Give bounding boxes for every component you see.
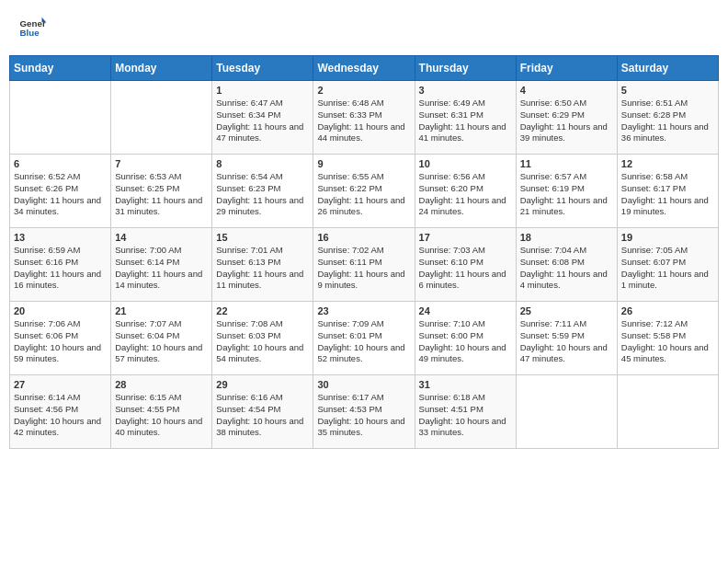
day-info: Sunrise: 6:59 AMSunset: 6:16 PMDaylight:…	[14, 245, 107, 292]
day-number: 10	[419, 158, 512, 169]
day-number: 2	[317, 85, 410, 96]
calendar-cell: 16Sunrise: 7:02 AMSunset: 6:11 PMDayligh…	[313, 228, 415, 302]
day-number: 31	[419, 379, 512, 390]
calendar-cell: 21Sunrise: 7:07 AMSunset: 6:04 PMDayligh…	[111, 302, 212, 375]
calendar-cell: 17Sunrise: 7:03 AMSunset: 6:10 PMDayligh…	[415, 228, 516, 302]
calendar-cell: 25Sunrise: 7:11 AMSunset: 5:59 PMDayligh…	[516, 302, 617, 375]
calendar-cell: 26Sunrise: 7:12 AMSunset: 5:58 PMDayligh…	[617, 302, 718, 375]
day-number: 13	[14, 232, 107, 243]
day-number: 28	[115, 379, 208, 390]
calendar-cell	[10, 81, 111, 155]
calendar-cell: 8Sunrise: 6:54 AMSunset: 6:23 PMDaylight…	[212, 155, 313, 228]
calendar-cell: 18Sunrise: 7:04 AMSunset: 6:08 PMDayligh…	[516, 228, 617, 302]
calendar-cell: 27Sunrise: 6:14 AMSunset: 4:56 PMDayligh…	[10, 375, 111, 449]
day-number: 17	[419, 232, 512, 243]
calendar-cell: 23Sunrise: 7:09 AMSunset: 6:01 PMDayligh…	[313, 302, 415, 375]
day-info: Sunrise: 6:15 AMSunset: 4:55 PMDaylight:…	[115, 392, 208, 439]
day-info: Sunrise: 7:01 AMSunset: 6:13 PMDaylight:…	[216, 245, 309, 292]
calendar-table: SundayMondayTuesdayWednesdayThursdayFrid…	[9, 55, 719, 449]
col-header-tuesday: Tuesday	[212, 56, 313, 81]
day-info: Sunrise: 7:08 AMSunset: 6:03 PMDaylight:…	[216, 318, 309, 365]
day-info: Sunrise: 6:58 AMSunset: 6:17 PMDaylight:…	[621, 171, 714, 218]
calendar-week-row: 6Sunrise: 6:52 AMSunset: 6:26 PMDaylight…	[10, 155, 719, 228]
calendar-cell: 30Sunrise: 6:17 AMSunset: 4:53 PMDayligh…	[313, 375, 415, 449]
calendar-cell: 31Sunrise: 6:18 AMSunset: 4:51 PMDayligh…	[415, 375, 516, 449]
calendar-cell: 3Sunrise: 6:49 AMSunset: 6:31 PMDaylight…	[415, 81, 516, 155]
day-number: 9	[317, 158, 410, 169]
calendar-cell: 7Sunrise: 6:53 AMSunset: 6:25 PMDaylight…	[111, 155, 212, 228]
day-info: Sunrise: 6:54 AMSunset: 6:23 PMDaylight:…	[216, 171, 309, 218]
day-info: Sunrise: 6:56 AMSunset: 6:20 PMDaylight:…	[419, 171, 512, 218]
day-info: Sunrise: 6:17 AMSunset: 4:53 PMDaylight:…	[317, 392, 410, 439]
day-info: Sunrise: 7:00 AMSunset: 6:14 PMDaylight:…	[115, 245, 208, 292]
day-number: 27	[14, 379, 107, 390]
day-number: 18	[520, 232, 613, 243]
day-info: Sunrise: 6:47 AMSunset: 6:34 PMDaylight:…	[216, 98, 309, 144]
calendar-week-row: 13Sunrise: 6:59 AMSunset: 6:16 PMDayligh…	[10, 228, 719, 302]
logo-icon: General Blue	[18, 14, 46, 41]
day-number: 14	[115, 232, 208, 243]
day-info: Sunrise: 7:05 AMSunset: 6:07 PMDaylight:…	[621, 245, 714, 292]
col-header-sunday: Sunday	[10, 56, 111, 81]
day-number: 16	[317, 232, 410, 243]
day-number: 4	[520, 85, 613, 96]
calendar-week-row: 20Sunrise: 7:06 AMSunset: 6:06 PMDayligh…	[10, 302, 719, 375]
calendar-cell: 15Sunrise: 7:01 AMSunset: 6:13 PMDayligh…	[212, 228, 313, 302]
col-header-friday: Friday	[516, 56, 617, 81]
day-number: 11	[520, 158, 613, 169]
day-number: 25	[520, 305, 613, 316]
calendar-cell: 24Sunrise: 7:10 AMSunset: 6:00 PMDayligh…	[415, 302, 516, 375]
day-number: 23	[317, 305, 410, 316]
day-info: Sunrise: 7:03 AMSunset: 6:10 PMDaylight:…	[419, 245, 512, 292]
day-info: Sunrise: 6:55 AMSunset: 6:22 PMDaylight:…	[317, 171, 410, 218]
day-info: Sunrise: 7:07 AMSunset: 6:04 PMDaylight:…	[115, 318, 208, 365]
calendar-cell: 11Sunrise: 6:57 AMSunset: 6:19 PMDayligh…	[516, 155, 617, 228]
col-header-wednesday: Wednesday	[313, 56, 415, 81]
day-info: Sunrise: 6:18 AMSunset: 4:51 PMDaylight:…	[419, 392, 512, 439]
calendar-cell: 20Sunrise: 7:06 AMSunset: 6:06 PMDayligh…	[10, 302, 111, 375]
day-number: 22	[216, 305, 309, 316]
day-number: 6	[14, 158, 107, 169]
col-header-monday: Monday	[111, 56, 212, 81]
day-info: Sunrise: 7:12 AMSunset: 5:58 PMDaylight:…	[621, 318, 714, 365]
day-number: 21	[115, 305, 208, 316]
calendar-week-row: 27Sunrise: 6:14 AMSunset: 4:56 PMDayligh…	[10, 375, 719, 449]
day-info: Sunrise: 7:10 AMSunset: 6:00 PMDaylight:…	[419, 318, 512, 365]
day-info: Sunrise: 6:53 AMSunset: 6:25 PMDaylight:…	[115, 171, 208, 218]
calendar-cell: 29Sunrise: 6:16 AMSunset: 4:54 PMDayligh…	[212, 375, 313, 449]
calendar-cell	[516, 375, 617, 449]
day-number: 3	[419, 85, 512, 96]
calendar-cell: 12Sunrise: 6:58 AMSunset: 6:17 PMDayligh…	[617, 155, 718, 228]
calendar-cell: 22Sunrise: 7:08 AMSunset: 6:03 PMDayligh…	[212, 302, 313, 375]
day-info: Sunrise: 6:52 AMSunset: 6:26 PMDaylight:…	[14, 171, 107, 218]
calendar-cell: 2Sunrise: 6:48 AMSunset: 6:33 PMDaylight…	[313, 81, 415, 155]
day-number: 19	[621, 232, 714, 243]
day-info: Sunrise: 6:14 AMSunset: 4:56 PMDaylight:…	[14, 392, 107, 439]
calendar-cell: 4Sunrise: 6:50 AMSunset: 6:29 PMDaylight…	[516, 81, 617, 155]
calendar-cell: 10Sunrise: 6:56 AMSunset: 6:20 PMDayligh…	[415, 155, 516, 228]
day-info: Sunrise: 6:16 AMSunset: 4:54 PMDaylight:…	[216, 392, 309, 439]
calendar-cell: 6Sunrise: 6:52 AMSunset: 6:26 PMDaylight…	[10, 155, 111, 228]
calendar-cell	[617, 375, 718, 449]
calendar-cell: 13Sunrise: 6:59 AMSunset: 6:16 PMDayligh…	[10, 228, 111, 302]
day-number: 30	[317, 379, 410, 390]
day-number: 26	[621, 305, 714, 316]
day-info: Sunrise: 6:48 AMSunset: 6:33 PMDaylight:…	[317, 98, 410, 144]
calendar-cell: 5Sunrise: 6:51 AMSunset: 6:28 PMDaylight…	[617, 81, 718, 155]
day-info: Sunrise: 7:02 AMSunset: 6:11 PMDaylight:…	[317, 245, 410, 292]
calendar-cell: 1Sunrise: 6:47 AMSunset: 6:34 PMDaylight…	[212, 81, 313, 155]
page-header: General Blue	[9, 9, 719, 46]
day-number: 24	[419, 305, 512, 316]
day-info: Sunrise: 7:06 AMSunset: 6:06 PMDaylight:…	[14, 318, 107, 365]
calendar-cell: 14Sunrise: 7:00 AMSunset: 6:14 PMDayligh…	[111, 228, 212, 302]
day-info: Sunrise: 6:50 AMSunset: 6:29 PMDaylight:…	[520, 98, 613, 144]
calendar-cell: 19Sunrise: 7:05 AMSunset: 6:07 PMDayligh…	[617, 228, 718, 302]
logo: General Blue	[18, 14, 48, 41]
day-number: 12	[621, 158, 714, 169]
svg-text:Blue: Blue	[20, 28, 40, 38]
calendar-cell	[111, 81, 212, 155]
col-header-thursday: Thursday	[415, 56, 516, 81]
col-header-saturday: Saturday	[617, 56, 718, 81]
day-number: 29	[216, 379, 309, 390]
day-info: Sunrise: 7:09 AMSunset: 6:01 PMDaylight:…	[317, 318, 410, 365]
